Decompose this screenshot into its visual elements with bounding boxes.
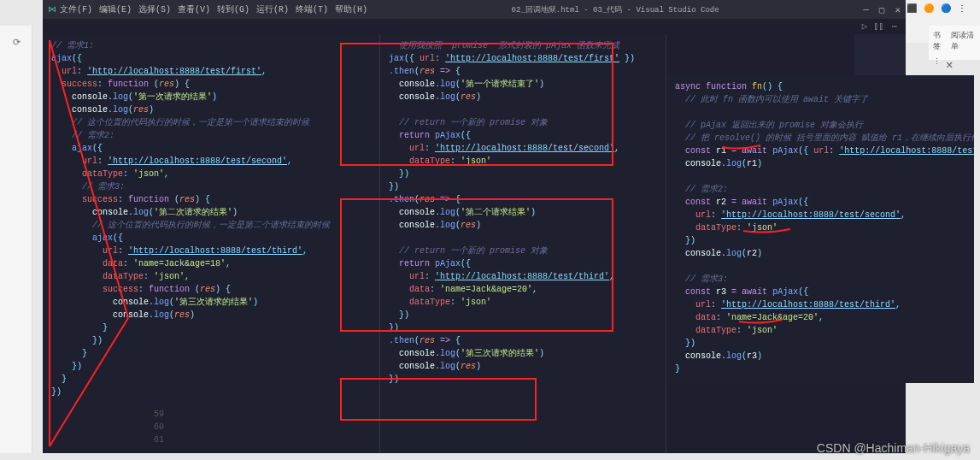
ext-icon-4[interactable]: ⋮ bbox=[958, 3, 970, 15]
refresh-icon[interactable]: ⟳ bbox=[0, 26, 32, 58]
watermark: CSDN @Hachiman-Hikigaya bbox=[817, 441, 970, 455]
window-controls: — ▢ ✕ bbox=[863, 4, 901, 15]
menu-view[interactable]: 查看(V) bbox=[178, 3, 210, 15]
outer-sidebar: ⟳ bbox=[0, 26, 32, 453]
window-title: 02_回调地狱.html - 03_代码 - Visual Studio Cod… bbox=[367, 4, 863, 15]
title-bar: ⋈ 文件(F) 编辑(E) 选择(S) 查看(V) 转到(G) 运行(R) 终端… bbox=[43, 0, 906, 19]
more-actions-icon[interactable]: ⋯ bbox=[891, 21, 897, 32]
browser-extension-icons: ⬛ 🟠 🔵 ⋮ bbox=[903, 0, 980, 19]
menu-file[interactable]: 文件(F) bbox=[60, 3, 92, 15]
code-panel-promise[interactable]: 使用我按照 promise 形式封装的 pAjax 函数来完成 jax({ ur… bbox=[380, 34, 666, 453]
menu-run[interactable]: 运行(R) bbox=[256, 3, 289, 15]
vscode-window: ⋈ 文件(F) 编辑(E) 选择(S) 查看(V) 转到(G) 运行(R) 终端… bbox=[43, 0, 906, 453]
ext-icon-1[interactable]: ⬛ bbox=[907, 3, 918, 15]
menu-help[interactable]: 帮助(H) bbox=[335, 3, 367, 15]
menu-bar: 文件(F) 编辑(E) 选择(S) 查看(V) 转到(G) 运行(R) 终端(T… bbox=[60, 3, 367, 15]
window-close-icon[interactable]: ✕ bbox=[895, 4, 901, 15]
more-icon[interactable]: ⋮ bbox=[933, 57, 941, 72]
line-gutter: 59 60 61 bbox=[154, 408, 164, 446]
readlist-label[interactable]: 阅读清单 bbox=[951, 30, 976, 52]
browser-bookmarks-area: 书签 阅读清单 ⋮ ✕ bbox=[929, 26, 980, 60]
editor-area[interactable]: // 需求1: ajax({ url: 'http://localhost:88… bbox=[43, 34, 906, 453]
run-icon[interactable]: ▷ bbox=[862, 21, 868, 32]
bookmarks-label[interactable]: 书签 bbox=[933, 30, 946, 52]
code-panel-callback[interactable]: // 需求1: ajax({ url: 'http://localhost:88… bbox=[43, 34, 380, 453]
code-panel-async[interactable]: async function fn() { // 此时 fn 函数内可以使用 a… bbox=[666, 75, 974, 383]
line-number: 60 bbox=[154, 421, 164, 433]
line-number: 59 bbox=[154, 408, 164, 421]
menu-goto[interactable]: 转到(G) bbox=[217, 3, 249, 15]
editor-action-bar: ▷ ⫿⫿ ⋯ bbox=[43, 19, 906, 34]
menu-terminal[interactable]: 终端(T) bbox=[296, 3, 328, 15]
ext-icon-3[interactable]: 🔵 bbox=[941, 3, 953, 15]
maximize-icon[interactable]: ▢ bbox=[879, 4, 885, 15]
ext-icon-2[interactable]: 🟠 bbox=[924, 3, 936, 15]
minimize-icon[interactable]: — bbox=[863, 4, 869, 15]
vscode-logo-icon: ⋈ bbox=[48, 4, 56, 15]
line-number: 61 bbox=[154, 433, 164, 446]
close-icon[interactable]: ✕ bbox=[946, 57, 953, 72]
menu-edit[interactable]: 编辑(E) bbox=[99, 3, 132, 15]
split-editor-icon[interactable]: ⫿⫿ bbox=[874, 21, 884, 32]
menu-select[interactable]: 选择(S) bbox=[138, 3, 171, 15]
